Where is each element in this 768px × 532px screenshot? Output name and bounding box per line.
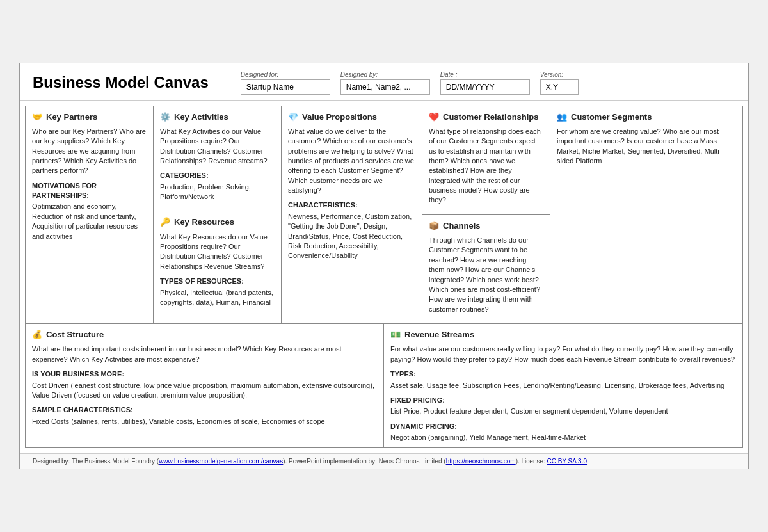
date-label: Date : xyxy=(440,71,530,78)
footer-middle: ). PowerPoint implementation by: Neos Ch… xyxy=(283,458,446,465)
key-activities-icon: ⚙️ xyxy=(160,111,170,123)
key-partners-header: 🤝 Key Partners xyxy=(32,111,147,123)
channels-body: Through which Channels do our Customer S… xyxy=(429,236,543,314)
designed-for-label: Designed for: xyxy=(241,71,330,78)
key-activities-header: ⚙️ Key Activities xyxy=(160,111,275,123)
canvas-bottom-row: 💰 Cost Structure What are the most impor… xyxy=(25,323,743,448)
key-partners-title: Key Partners xyxy=(46,111,97,123)
footer-end: ). License: xyxy=(516,458,547,465)
revenue-streams-header: 💵 Revenue Streams xyxy=(390,329,736,341)
date-input[interactable] xyxy=(440,79,530,95)
footer: Designed by: The Business Model Foundry … xyxy=(20,453,748,469)
header: Business Model Canvas Designed for: Desi… xyxy=(20,63,748,101)
key-resources-cell: 🔑 Key Resources What Key Resources do ou… xyxy=(154,211,281,323)
value-propositions-icon: 💎 xyxy=(288,111,298,123)
page-title: Business Model Canvas xyxy=(33,74,209,92)
version-label: Version: xyxy=(540,71,579,78)
revenue-streams-cell: 💵 Revenue Streams For what value are our… xyxy=(384,324,742,447)
channels-header: 📦 Channels xyxy=(429,220,543,232)
version-field: Version: xyxy=(540,71,579,95)
footer-text: Designed by: The Business Model Foundry … xyxy=(33,458,159,465)
cost-structure-body: What are the most important costs inhere… xyxy=(32,344,377,364)
revenue-streams-cat1-label: TYPES: xyxy=(390,369,736,379)
value-propositions-cat-label: CHARACTERISTICS: xyxy=(288,200,415,210)
header-fields: Designed for: Designed by: Date : Versio… xyxy=(241,71,735,95)
customer-segments-cell: 👥 Customer Segments For whom are we crea… xyxy=(550,106,742,324)
key-resources-title: Key Resources xyxy=(174,216,234,228)
key-partners-body: Who are our Key Partners? Who are our ke… xyxy=(32,127,147,176)
channels-title: Channels xyxy=(443,220,481,232)
key-activities-resources-col: ⚙️ Key Activities What Key Activities do… xyxy=(154,106,282,324)
key-activities-cell: ⚙️ Key Activities What Key Activities do… xyxy=(154,106,281,212)
cost-structure-cell: 💰 Cost Structure What are the most impor… xyxy=(26,324,384,447)
customer-relationships-header: ❤️ Customer Relationships xyxy=(429,111,543,123)
cost-structure-header: 💰 Cost Structure xyxy=(32,329,377,341)
cost-structure-cat2-body: Fixed Costs (salaries, rents, utilities)… xyxy=(32,417,377,426)
customer-segments-header: 👥 Customer Segments xyxy=(557,111,736,123)
key-resources-icon: 🔑 xyxy=(160,216,170,228)
cost-structure-title: Cost Structure xyxy=(46,329,104,341)
key-resources-cat-label: TYPES OF RESOURCES: xyxy=(160,277,275,286)
footer-link1[interactable]: www.businessmodelgeneration.com/canvas xyxy=(159,458,283,465)
key-activities-body: What Key Activities do our Value Proposi… xyxy=(160,127,275,166)
page-container: Business Model Canvas Designed for: Desi… xyxy=(19,63,749,470)
key-activities-cat-body: Production, Problem Solving, Platform/Ne… xyxy=(160,182,275,202)
cr-channels-col: ❤️ Customer Relationships What type of r… xyxy=(422,106,550,324)
customer-segments-body: For whom are we creating value? Who are … xyxy=(557,127,736,166)
footer-link2[interactable]: https://neoschronos.com xyxy=(446,458,516,465)
value-propositions-cell: 💎 Value Propositions What value do we de… xyxy=(282,106,422,324)
channels-icon: 📦 xyxy=(429,220,439,232)
designed-by-input[interactable] xyxy=(340,79,430,95)
customer-segments-icon: 👥 xyxy=(557,111,567,123)
customer-relationships-title: Customer Relationships xyxy=(443,111,539,123)
customer-relationships-body: What type of relationship does each of o… xyxy=(429,127,543,206)
channels-cell: 📦 Channels Through which Channels do our… xyxy=(422,215,550,323)
key-partners-cell: 🤝 Key Partners Who are our Key Partners?… xyxy=(26,106,154,324)
key-partners-icon: 🤝 xyxy=(32,111,42,123)
revenue-streams-cat1-body: Asset sale, Usage fee, Subscription Fees… xyxy=(390,382,724,389)
customer-relationships-icon: ❤️ xyxy=(429,111,439,123)
cost-structure-cat2-label: SAMPLE CHARACTERISTICS: xyxy=(32,405,377,415)
cost-structure-cat1-label: IS YOUR BUSINESS MORE: xyxy=(32,369,377,379)
value-propositions-cat-body: Newness, Performance, Customization, "Ge… xyxy=(288,212,415,261)
designed-for-input[interactable] xyxy=(241,79,330,95)
cost-structure-cat1-body: Cost Driven (leanest cost structure, low… xyxy=(32,381,377,401)
value-propositions-body: What value do we deliver to the customer… xyxy=(288,127,415,196)
customer-relationships-cell: ❤️ Customer Relationships What type of r… xyxy=(422,106,550,215)
value-propositions-header: 💎 Value Propositions xyxy=(288,111,415,123)
canvas-area: 🤝 Key Partners Who are our Key Partners?… xyxy=(20,101,748,454)
revenue-streams-cat3-body: Negotiation (bargaining), Yield Manageme… xyxy=(390,433,586,441)
canvas-top-row: 🤝 Key Partners Who are our Key Partners?… xyxy=(25,106,743,324)
revenue-streams-cat2-label: FIXED PRICING: xyxy=(390,396,736,405)
date-field: Date : xyxy=(440,71,530,95)
key-activities-cat-label: CATEGORIES: xyxy=(160,171,275,181)
version-input[interactable] xyxy=(540,79,579,95)
designed-by-label: Designed by: xyxy=(340,71,430,78)
key-partners-cat-body: Optimization and economy, Reduction of r… xyxy=(32,202,147,241)
revenue-streams-icon: 💵 xyxy=(390,329,401,341)
designed-for-field: Designed for: xyxy=(241,71,330,95)
key-resources-cat-body: Physical, Intellectual (brand patents, c… xyxy=(160,288,275,308)
revenue-streams-cat2-body: List Price, Product feature dependent, C… xyxy=(390,407,668,415)
key-partners-cat-label: MOTIVATIONS FOR PARTNERSHIPS: xyxy=(32,181,147,201)
key-resources-body: What Key Resources do our Value Proposit… xyxy=(160,232,275,272)
revenue-streams-cat3-label: DYNAMIC PRICING: xyxy=(390,422,736,431)
revenue-streams-title: Revenue Streams xyxy=(404,329,474,341)
value-propositions-title: Value Propositions xyxy=(302,111,377,123)
key-resources-header: 🔑 Key Resources xyxy=(160,216,275,228)
key-activities-title: Key Activities xyxy=(174,111,228,123)
designed-by-field: Designed by: xyxy=(340,71,430,95)
revenue-streams-body: For what value are our customers really … xyxy=(390,344,736,364)
cost-structure-icon: 💰 xyxy=(32,329,42,341)
customer-segments-title: Customer Segments xyxy=(571,111,652,123)
footer-link3[interactable]: CC BY-SA 3.0 xyxy=(547,458,587,465)
